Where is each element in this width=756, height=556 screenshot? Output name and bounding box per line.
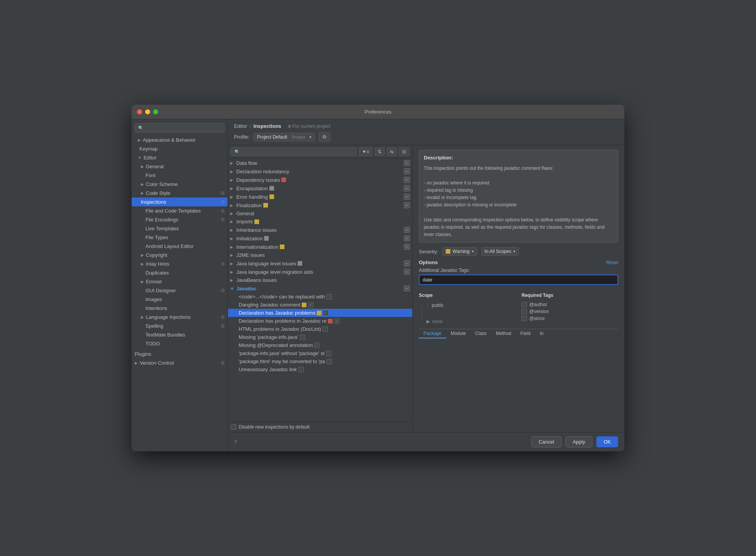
- inspection-search-input[interactable]: [240, 149, 353, 154]
- sidebar-item-spelling[interactable]: Spelling ⊡: [132, 322, 227, 330]
- tree-item-java-language-level-migration[interactable]: ▶ Java language level migration aids −: [228, 268, 412, 276]
- tab-method[interactable]: Method: [491, 329, 516, 338]
- ok-button[interactable]: OK: [596, 436, 618, 447]
- sidebar-item-live-templates[interactable]: Live Templates: [132, 224, 227, 233]
- severity-select[interactable]: Warning ▾: [442, 247, 477, 256]
- tab-field[interactable]: Field: [516, 329, 535, 338]
- minus-button[interactable]: −: [404, 160, 410, 166]
- minus-button[interactable]: −: [404, 185, 410, 191]
- sidebar-item-emmet[interactable]: ▶ Emmet: [132, 277, 227, 286]
- tree-item-imports[interactable]: ▶ Imports: [228, 218, 412, 226]
- tree-item-internationalization[interactable]: ▶ Internationalization −: [228, 243, 412, 251]
- checkbox[interactable]: [326, 351, 331, 356]
- sidebar-item-file-types[interactable]: File Types: [132, 233, 227, 242]
- profile-select[interactable]: Project Default Project ▾: [253, 133, 315, 141]
- tree-item-inheritance-issues[interactable]: ▶ Inheritance issues −: [228, 226, 412, 234]
- sidebar-search[interactable]: 🔍: [135, 123, 224, 132]
- tree-item-java-language-level-issues[interactable]: ▶ Java language level issues −: [228, 259, 412, 268]
- tree-item-general[interactable]: ▶ General: [228, 209, 412, 218]
- sidebar-item-gui-designer[interactable]: GUI Designer ⊡: [132, 286, 227, 295]
- minus-button[interactable]: −: [404, 244, 410, 250]
- sort-button-2[interactable]: ⇆: [387, 147, 397, 156]
- sidebar-item-intentions[interactable]: Intentions: [132, 304, 227, 313]
- sidebar-item-editor[interactable]: ▼ Editor: [132, 153, 227, 162]
- minus-button[interactable]: −: [404, 227, 410, 233]
- tree-item-html-problems[interactable]: HTML problems in Javadoc (DocLint): [228, 325, 412, 333]
- checkbox[interactable]: [323, 310, 328, 316]
- sidebar-item-keymap[interactable]: Keymap: [132, 144, 227, 153]
- checkbox[interactable]: [326, 359, 332, 364]
- tree-item-initialization[interactable]: ▶ Initialization −: [228, 234, 412, 243]
- checkbox[interactable]: [323, 327, 328, 332]
- minus-button[interactable]: −: [404, 202, 410, 208]
- tree-item-javabeans-issues[interactable]: ▶ JavaBeans issues: [228, 276, 412, 284]
- minus-button[interactable]: −: [404, 269, 410, 275]
- sidebar-item-plugins[interactable]: Plugins: [132, 350, 227, 358]
- minus-button[interactable]: −: [404, 194, 410, 200]
- filter-button[interactable]: ▼≡: [359, 147, 372, 156]
- author-checkbox[interactable]: [522, 302, 527, 307]
- sidebar-item-language-injections[interactable]: ▶ Language Injections ⊡: [132, 313, 227, 322]
- tree-item-package-info-without[interactable]: 'package-info.java' without 'package' st: [228, 349, 412, 357]
- minus-button[interactable]: −: [404, 285, 410, 291]
- minus-button[interactable]: −: [404, 235, 410, 241]
- tree-item-finalization[interactable]: ▶ Finalization −: [228, 201, 412, 209]
- sidebar-item-appearance[interactable]: ▶ Appearance & Behavior: [132, 136, 227, 144]
- sidebar-item-code-style[interactable]: ▶ Code Style ⊡: [132, 189, 227, 198]
- sidebar-item-general[interactable]: ▶ General: [132, 162, 227, 171]
- filter-search[interactable]: 🔍: [231, 147, 356, 156]
- sidebar-item-textmate-bundles[interactable]: TextMate Bundles: [132, 330, 227, 339]
- tags-input[interactable]: [419, 275, 618, 285]
- tab-package[interactable]: Package: [419, 329, 446, 338]
- tree-item-javadoc[interactable]: ▼ Javadoc −: [228, 284, 412, 293]
- tab-module[interactable]: Module: [446, 329, 470, 338]
- minus-button[interactable]: −: [404, 260, 410, 266]
- sidebar-item-inspections[interactable]: Inspections ⊡: [132, 198, 227, 206]
- tree-item-missing-deprecated[interactable]: Missing @Deprecated annotation: [228, 341, 412, 349]
- tree-item-dangling-javadoc[interactable]: Dangling Javadoc comment: [228, 301, 412, 309]
- sidebar-item-color-scheme[interactable]: ▶ Color Scheme: [132, 180, 227, 189]
- minus-button[interactable]: −: [404, 177, 410, 183]
- checkbox[interactable]: [308, 302, 313, 308]
- tree-item-declaration-redundancy[interactable]: ▶ Declaration redundancy −: [228, 167, 412, 176]
- tree-item-encapsulation[interactable]: ▶ Encapsulation −: [228, 184, 412, 193]
- checkbox[interactable]: [300, 335, 305, 340]
- tree-item-error-handling[interactable]: ▶ Error handling −: [228, 193, 412, 201]
- tree-item-missing-package-info[interactable]: Missing 'package-info.java': [228, 333, 412, 341]
- sidebar-item-android-layout-editor[interactable]: Android Layout Editor: [132, 242, 227, 251]
- sidebar-item-version-control[interactable]: ▶ Version Control ⊡: [132, 358, 227, 367]
- cancel-button[interactable]: Cancel: [531, 436, 561, 447]
- tree-item-unnecessary-javadoc-link[interactable]: Unnecessary Javadoc link: [228, 365, 412, 373]
- sidebar-item-todo[interactable]: TODO: [132, 339, 227, 348]
- tree-item-code-replaced[interactable]: <code>...</code> can be replaced with: [228, 293, 412, 301]
- apply-button[interactable]: Apply: [565, 436, 593, 447]
- sidebar-item-inlay-hints[interactable]: ▶ Inlay Hints ⊡: [132, 260, 227, 268]
- minus-button[interactable]: −: [404, 168, 410, 174]
- tab-class[interactable]: Class: [470, 329, 491, 338]
- minimize-button[interactable]: [145, 109, 150, 114]
- sidebar-item-file-code-templates[interactable]: File and Code Templates ⊡: [132, 206, 227, 215]
- tree-item-declaration-problems-javadoc-re[interactable]: Declaration has problems in Javadoc re: [228, 317, 412, 325]
- close-button[interactable]: [137, 109, 142, 114]
- checkbox[interactable]: [326, 294, 332, 300]
- sidebar-search-input[interactable]: [145, 125, 221, 131]
- scope-select[interactable]: In All Scopes ▾: [481, 247, 519, 256]
- reset-link[interactable]: Reset: [606, 260, 618, 265]
- sort-button-1[interactable]: ⇅: [375, 147, 385, 156]
- tree-item-dependency-issues[interactable]: ▶ Dependency issues −: [228, 176, 412, 184]
- tree-item-declaration-javadoc-problems[interactable]: Declaration has Javadoc problems: [228, 309, 412, 317]
- version-checkbox[interactable]: [522, 309, 527, 314]
- collapse-button[interactable]: ⊟: [399, 147, 409, 156]
- tree-item-data-flow[interactable]: ▶ Data flow −: [228, 159, 412, 167]
- sidebar-item-duplicates[interactable]: Duplicates: [132, 268, 227, 277]
- since-checkbox[interactable]: [522, 316, 527, 321]
- tree-item-j2me-issues[interactable]: ▶ J2ME issues: [228, 251, 412, 259]
- sidebar-item-file-encodings[interactable]: File Encodings ⊡: [132, 215, 227, 224]
- checkbox[interactable]: [314, 343, 319, 348]
- disable-checkbox[interactable]: [231, 424, 236, 430]
- help-button[interactable]: ?: [234, 439, 237, 445]
- tab-in[interactable]: In: [535, 329, 548, 338]
- checkbox[interactable]: [298, 367, 304, 372]
- sidebar-item-font[interactable]: Font: [132, 171, 227, 180]
- sidebar-item-images[interactable]: Images: [132, 295, 227, 304]
